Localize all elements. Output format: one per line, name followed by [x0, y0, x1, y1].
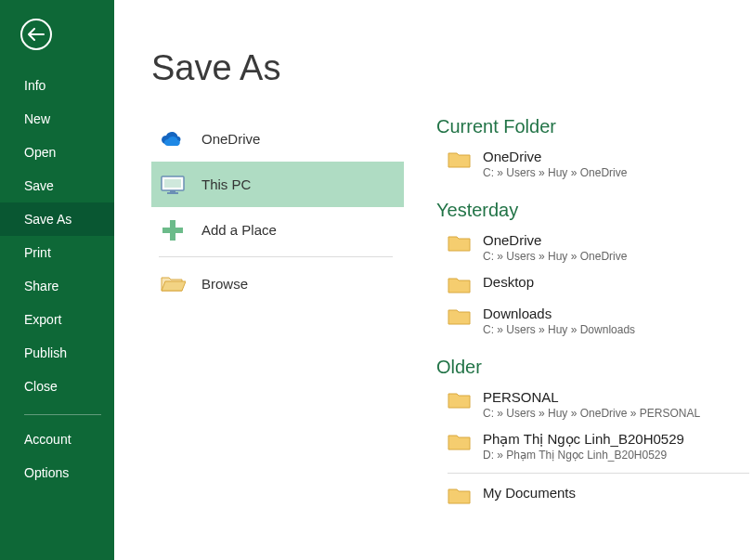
folder-item[interactable]: OneDrive C: » Users » Huy » OneDrive — [436, 145, 749, 187]
sidebar-item-save-as[interactable]: Save As — [0, 202, 114, 236]
svg-rect-1 — [164, 179, 181, 188]
sidebar-item-print[interactable]: Print — [0, 236, 114, 269]
sidebar-item-export[interactable]: Export — [0, 303, 114, 336]
location-label: OneDrive — [201, 131, 260, 147]
arrow-left-icon — [28, 28, 45, 41]
location-label: This PC — [201, 176, 251, 192]
folder-icon — [448, 307, 472, 326]
add-place-icon — [159, 216, 187, 244]
folder-path: C: » Users » Huy » OneDrive — [483, 250, 627, 263]
folder-icon — [448, 276, 472, 294]
folder-item[interactable]: PERSONAL C: » Users » Huy » OneDrive » P… — [436, 385, 749, 427]
folder-name: OneDrive — [483, 232, 627, 249]
folder-path: D: » Phạm Thị Ngọc Linh_B20H0529 — [483, 449, 684, 462]
main-pane: Save As OneDrive — [114, 0, 753, 560]
folder-path: C: » Users » Huy » Downloads — [483, 323, 635, 336]
group-older: Older PERSONAL C: » Users » Huy » OneDri… — [436, 357, 749, 469]
folder-name: Desktop — [483, 274, 534, 291]
columns: OneDrive This PC — [114, 116, 753, 513]
sidebar-menu: Info New Open Save Save As Print Share E… — [0, 69, 114, 403]
sidebar-bottom-menu: Account Options — [0, 423, 114, 489]
group-title: Yesterday — [436, 200, 749, 221]
this-pc-icon — [159, 171, 187, 199]
folder-name: Phạm Thị Ngọc Linh_B20H0529 — [483, 431, 684, 448]
sidebar-item-share[interactable]: Share — [0, 269, 114, 303]
svg-rect-2 — [170, 190, 175, 192]
folder-path: C: » Users » Huy » OneDrive — [483, 166, 627, 179]
svg-rect-3 — [167, 192, 178, 194]
locations-list: OneDrive This PC — [114, 116, 404, 513]
group-yesterday: Yesterday OneDrive C: » Users » Huy » On… — [436, 200, 749, 344]
location-label: Browse — [201, 276, 248, 292]
location-onedrive[interactable]: OneDrive — [151, 116, 404, 162]
folder-icon — [448, 234, 472, 253]
folder-icon — [448, 150, 472, 169]
older-separator — [448, 473, 749, 474]
location-label: Add a Place — [201, 222, 277, 238]
sidebar-item-new[interactable]: New — [0, 102, 114, 136]
folder-item[interactable]: OneDrive C: » Users » Huy » OneDrive — [436, 228, 749, 270]
sidebar-item-account[interactable]: Account — [0, 423, 114, 456]
group-title: Current Folder — [436, 116, 749, 137]
sidebar-item-save[interactable]: Save — [0, 169, 114, 202]
folder-name: My Documents — [483, 485, 576, 501]
group-title: Older — [436, 357, 749, 378]
folder-item[interactable]: My Documents — [436, 481, 749, 513]
folder-item[interactable]: Phạm Thị Ngọc Linh_B20H0529 D: » Phạm Th… — [436, 427, 749, 469]
sidebar-item-open[interactable]: Open — [0, 136, 114, 169]
folder-icon — [448, 433, 472, 451]
folder-name: OneDrive — [483, 149, 627, 165]
page-title: Save As — [151, 48, 753, 88]
location-browse[interactable]: Browse — [151, 261, 404, 306]
back-button[interactable] — [20, 19, 52, 50]
folder-item[interactable]: Downloads C: » Users » Huy » Downloads — [436, 302, 749, 344]
sidebar-item-options[interactable]: Options — [0, 456, 114, 489]
sidebar-item-close[interactable]: Close — [0, 370, 114, 403]
svg-rect-5 — [162, 228, 183, 233]
folder-icon — [448, 487, 472, 505]
folder-icon — [448, 391, 472, 410]
sidebar-separator — [24, 414, 101, 415]
backstage-sidebar: Info New Open Save Save As Print Share E… — [0, 0, 114, 560]
sidebar-item-info[interactable]: Info — [0, 69, 114, 102]
folder-path: C: » Users » Huy » OneDrive » PERSONAL — [483, 407, 700, 420]
folder-item[interactable]: Desktop — [436, 270, 749, 302]
location-add-place[interactable]: Add a Place — [151, 207, 404, 253]
folder-name: Downloads — [483, 306, 635, 322]
browse-folder-icon — [159, 270, 187, 298]
locations-separator — [159, 256, 393, 257]
recent-folders-pane: Current Folder OneDrive C: » Users » Huy… — [404, 116, 753, 513]
location-this-pc[interactable]: This PC — [151, 162, 404, 207]
group-current-folder: Current Folder OneDrive C: » Users » Huy… — [436, 116, 749, 187]
folder-name: PERSONAL — [483, 389, 700, 406]
onedrive-icon — [159, 125, 187, 153]
sidebar-item-publish[interactable]: Publish — [0, 336, 114, 370]
